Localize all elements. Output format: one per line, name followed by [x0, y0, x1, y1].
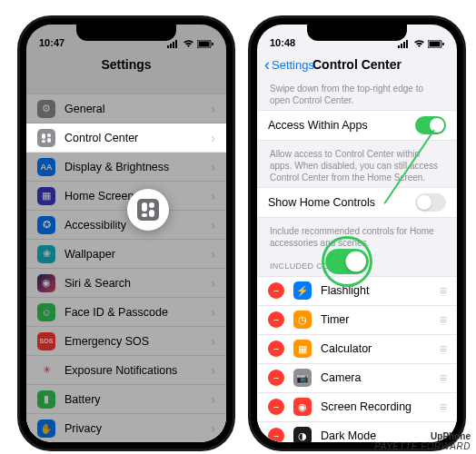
settings-row-general[interactable]: ⚙General› [26, 94, 226, 123]
title-bar: Settings [26, 50, 226, 79]
chevron-right-icon: › [211, 305, 215, 320]
show-home-controls-row[interactable]: Show Home Controls [257, 188, 457, 217]
svg-rect-19 [406, 40, 408, 48]
watermark: UpPhone PAYETTE FORWARD [374, 431, 471, 451]
svg-rect-22 [442, 43, 444, 45]
drag-handle-icon[interactable]: ≡ [440, 312, 446, 327]
svg-rect-0 [167, 45, 169, 48]
chevron-left-icon: ‹ [264, 56, 270, 73]
svg-rect-9 [42, 140, 45, 143]
general-icon: ⚙ [37, 100, 55, 118]
chevron-right-icon: › [211, 131, 215, 145]
privacy-icon: ✋ [37, 419, 55, 438]
remove-badge[interactable]: − [268, 282, 284, 299]
home-screen-icon: ▦ [37, 187, 55, 205]
settings-row-home-screen[interactable]: ▦Home Screen› [26, 182, 226, 211]
chevron-right-icon: › [211, 421, 215, 436]
timer-icon: ◷ [293, 311, 312, 329]
row-label: Control Center [64, 132, 211, 144]
page-title: Settings [101, 57, 151, 72]
status-time: 10:47 [39, 37, 64, 48]
settings-row-face-id-passcode[interactable]: ☺Face ID & Passcode› [26, 298, 226, 327]
row-label: Show Home Controls [268, 196, 415, 209]
face-id-passcode-icon: ☺ [37, 303, 55, 321]
settings-row-siri-search[interactable]: ◉Siri & Search› [26, 269, 226, 298]
svg-rect-15 [149, 210, 154, 217]
settings-row-exposure-notifications[interactable]: ✳Exposure Notifications› [26, 356, 226, 385]
svg-rect-5 [199, 42, 210, 47]
battery-icon: ▮ [37, 390, 55, 409]
camera-icon: 📷 [293, 369, 312, 387]
svg-rect-11 [137, 199, 159, 221]
row-label: Screen Recording [321, 400, 440, 413]
status-icons [167, 40, 213, 48]
wallpaper-icon: ❀ [37, 245, 55, 263]
callout-highlight [127, 189, 169, 231]
svg-rect-18 [403, 42, 405, 48]
svg-rect-17 [401, 44, 402, 48]
settings-row-wallpaper[interactable]: ❀Wallpaper› [26, 240, 226, 269]
svg-rect-3 [175, 40, 177, 48]
svg-rect-21 [430, 42, 441, 47]
chevron-right-icon: › [211, 218, 215, 232]
svg-rect-2 [173, 42, 174, 48]
remove-badge[interactable]: − [268, 311, 284, 328]
svg-rect-1 [170, 44, 172, 48]
emergency-sos-icon: SOS [37, 332, 55, 350]
settings-row-privacy[interactable]: ✋Privacy› [26, 414, 226, 442]
chevron-right-icon: › [211, 102, 215, 116]
remove-badge[interactable]: − [268, 370, 284, 386]
description: Swipe down from the top-right edge to op… [257, 79, 457, 110]
exposure-notifications-icon: ✳ [37, 361, 55, 380]
settings-list[interactable]: ⚙General›Control Center›AADisplay & Brig… [26, 79, 226, 442]
watermark-line2: PAYETTE FORWARD [374, 441, 471, 451]
row-label: Display & Brightness [64, 161, 211, 173]
row-label: Camera [321, 371, 440, 384]
remove-badge[interactable]: − [268, 399, 284, 415]
chevron-right-icon: › [211, 363, 215, 378]
svg-rect-10 [47, 138, 51, 143]
row-label: Flashlight [321, 284, 440, 297]
included-row-timer[interactable]: −◷Timer≡ [257, 306, 457, 335]
screen-recording-icon: ◉ [293, 398, 312, 416]
settings-row-emergency-sos[interactable]: SOSEmergency SOS› [26, 327, 226, 356]
drag-handle-icon[interactable]: ≡ [440, 283, 446, 298]
toggle-callout [322, 236, 372, 287]
drag-handle-icon[interactable]: ≡ [440, 400, 446, 414]
phone-left: 10:47 Settings ⚙General›Control Center›A… [20, 18, 233, 449]
row-label: Access Within Apps [268, 119, 415, 132]
notch [76, 25, 176, 41]
notch [307, 25, 407, 41]
row-label: General [64, 103, 211, 115]
title-bar: ‹ Settings Control Center [257, 50, 457, 79]
chevron-right-icon: › [211, 276, 215, 291]
included-row-calculator[interactable]: −▦Calculator≡ [257, 335, 457, 364]
settings-row-accessibility[interactable]: ✪Accessibility› [26, 211, 226, 240]
svg-rect-6 [212, 43, 213, 45]
included-row-screen-recording[interactable]: −◉Screen Recording≡ [257, 393, 457, 422]
drag-handle-icon[interactable]: ≡ [440, 370, 446, 385]
remove-badge[interactable]: − [268, 428, 284, 442]
included-row-camera[interactable]: −📷Camera≡ [257, 364, 457, 393]
home-toggle[interactable] [415, 193, 446, 212]
svg-rect-12 [142, 202, 147, 212]
svg-point-8 [47, 133, 51, 137]
remove-badge[interactable]: − [268, 340, 284, 357]
svg-point-13 [149, 202, 154, 208]
chevron-right-icon: › [211, 160, 215, 174]
drag-handle-icon[interactable]: ≡ [440, 341, 446, 356]
siri-search-icon: ◉ [37, 274, 55, 292]
row-label: Siri & Search [64, 277, 211, 290]
flashlight-icon: ⚡ [293, 281, 312, 300]
battery-icon [428, 40, 444, 48]
access-within-apps-row[interactable]: Access Within Apps [257, 111, 457, 140]
row-label: Privacy [64, 422, 211, 435]
row-label: Battery [64, 393, 211, 406]
settings-row-control-center[interactable]: Control Center› [26, 123, 226, 153]
settings-row-battery[interactable]: ▮Battery› [26, 385, 226, 414]
screen-right: 10:48 ‹ Settings Control Center Swipe do… [257, 25, 457, 442]
row-label: Face ID & Passcode [64, 306, 211, 319]
back-button[interactable]: ‹ Settings [264, 56, 314, 73]
wifi-icon [183, 40, 194, 48]
settings-row-display-brightness[interactable]: AADisplay & Brightness› [26, 153, 226, 182]
